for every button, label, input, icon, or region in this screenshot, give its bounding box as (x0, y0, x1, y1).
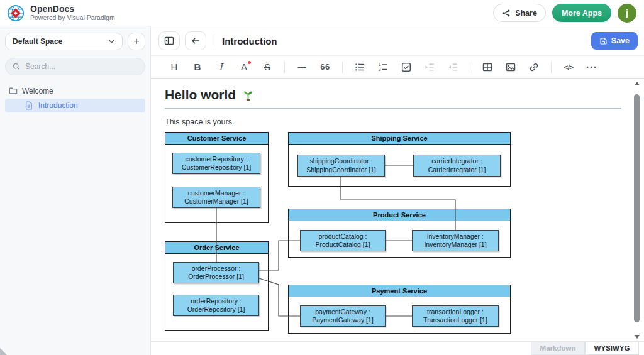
more-apps-button[interactable]: More Apps (552, 4, 611, 22)
powered-by-prefix: Powered by (30, 14, 67, 21)
search-icon (12, 62, 21, 71)
powered-by: Powered by Visual Paradigm (30, 14, 115, 22)
orderRepository: orderRepository :OrderRepository [1] (173, 295, 259, 316)
carrierIntegrator: carrierIntegrator :CarrierIntegrator [1] (413, 155, 501, 177)
strikethrough-button[interactable]: S (259, 59, 275, 75)
heading-rule (165, 108, 621, 109)
table-icon (482, 62, 492, 72)
seedling-emoji-icon (242, 89, 255, 102)
svg-text:1: 1 (379, 62, 381, 67)
paymentGateway: paymentGateway :PaymentGateway [1] (300, 305, 386, 327)
productCatalog: productCatalog :ProductCatalog [1] (300, 230, 386, 251)
editor-area[interactable]: Hello world This space is yours. Custome… (151, 79, 630, 341)
app-header: OpenDocs Powered by Visual Paradigm Shar… (0, 0, 644, 26)
panel-toggle-icon (164, 36, 174, 46)
main-panel: Introduction Save HBIAS—6612</>··· Hello… (151, 26, 644, 355)
save-button[interactable]: Save (591, 32, 638, 50)
blockquote-icon: 66 (320, 62, 330, 72)
formatting-toolbar: HBIAS—6612</>··· (151, 56, 644, 79)
inventoryManager: inventoryManager :InventoryManager [1] (412, 230, 499, 251)
customerRepository: customerRepository :CustomerRepository [… (172, 153, 260, 174)
svg-text:2: 2 (379, 67, 381, 72)
toggle-sidebar-button[interactable] (158, 31, 180, 50)
folder-icon (9, 87, 18, 96)
mode-tab-wysiwyg[interactable]: WYSIWYG (585, 342, 639, 355)
more-button[interactable]: ··· (584, 59, 600, 75)
italic-button[interactable]: I (213, 59, 229, 75)
toolbar-separator (551, 62, 552, 73)
outdent-icon (448, 62, 458, 72)
back-button[interactable] (185, 31, 206, 50)
code-icon: </> (564, 63, 573, 71)
app-name: OpenDocs (30, 4, 115, 14)
document-heading[interactable]: Hello world (165, 87, 621, 102)
strikethrough-icon: S (264, 62, 270, 72)
save-label: Save (611, 36, 630, 45)
mode-tab-markdown[interactable]: Markdown (531, 342, 585, 355)
heading-icon: H (171, 62, 178, 72)
scroll-up-arrow[interactable] (633, 79, 641, 88)
visual-paradigm-link[interactable]: Visual Paradigm (67, 14, 114, 21)
italic-icon: I (219, 62, 223, 73)
bullet-list-icon (355, 62, 365, 72)
space-row: Default Space + (0, 33, 150, 50)
scroll-down-arrow[interactable] (633, 332, 641, 341)
page-icon (25, 101, 34, 110)
ordered-list-button[interactable]: 12 (375, 59, 391, 75)
scrollbar-thumb[interactable] (634, 94, 640, 322)
horizontal-rule-button[interactable]: — (294, 59, 310, 75)
toolbar-separator (284, 62, 285, 73)
editor-mode-tabs: MarkdownWYSIWYG (531, 342, 639, 355)
task-list-button[interactable] (398, 59, 414, 75)
visual-paradigm-logo-icon (6, 4, 25, 23)
opendocs-app: OpenDocs Powered by Visual Paradigm Shar… (0, 0, 644, 355)
space-selector-label: Default Space (13, 37, 62, 46)
link-icon (529, 62, 539, 72)
transactionLogger: transactionLogger :TransactionLogger [1] (412, 305, 499, 327)
more-icon: ··· (586, 62, 597, 72)
font-color-icon: A (241, 62, 247, 72)
image-button[interactable] (502, 59, 519, 75)
bullet-list-button[interactable] (352, 59, 368, 75)
image-icon (506, 62, 516, 72)
sidebar-resize-handle[interactable] (0, 348, 7, 355)
heading-button[interactable]: H (166, 59, 182, 75)
space-selector[interactable]: Default Space (5, 33, 123, 50)
blockquote-button[interactable]: 66 (317, 59, 333, 75)
table-button[interactable] (479, 59, 496, 75)
indent-icon (425, 62, 435, 72)
toolbar-separator (470, 62, 470, 73)
tree-item-label: Introduction (38, 101, 78, 110)
bold-button[interactable]: B (189, 59, 206, 75)
task-list-icon (401, 62, 411, 72)
search-box[interactable] (5, 58, 145, 75)
divider (214, 35, 214, 47)
add-page-button[interactable]: + (128, 33, 145, 50)
page-title: Introduction (222, 36, 277, 46)
document-paragraph[interactable]: This space is yours. (165, 117, 621, 126)
vertical-scrollbar[interactable] (633, 79, 641, 341)
connector-shippingCoordinator-inventoryManager (341, 177, 455, 230)
orderProcessor: orderProcessor :OrderProcessor [1] (173, 262, 259, 283)
heading-text: Hello world (165, 87, 236, 102)
outdent-button (445, 59, 461, 75)
avatar[interactable]: j (618, 4, 636, 23)
sidebar: Default Space + WelcomeIntroduction (0, 26, 151, 355)
brand: OpenDocs Powered by Visual Paradigm (6, 4, 115, 23)
link-button[interactable] (526, 59, 542, 75)
font-color-dot (248, 61, 251, 64)
sidebar-item-introduction[interactable]: Introduction (5, 99, 145, 112)
code-button[interactable]: </> (560, 59, 577, 75)
share-button[interactable]: Share (493, 4, 546, 22)
horizontal-rule-icon: — (298, 62, 306, 72)
bold-icon: B (194, 62, 201, 72)
sidebar-item-welcome[interactable]: Welcome (5, 84, 145, 98)
connector-orderProcessor-paymentGateway (259, 278, 300, 316)
uml-component-diagram[interactable]: Customer ServiceShipping ServiceProduct … (165, 132, 511, 336)
save-icon (599, 37, 608, 45)
indent-button (421, 59, 438, 75)
search-input[interactable] (25, 62, 138, 71)
share-label: Share (515, 9, 537, 18)
shippingCoordinator: shippingCoordinator :ShippingCoordinator… (297, 155, 385, 177)
font-color-button[interactable]: A (236, 59, 252, 75)
